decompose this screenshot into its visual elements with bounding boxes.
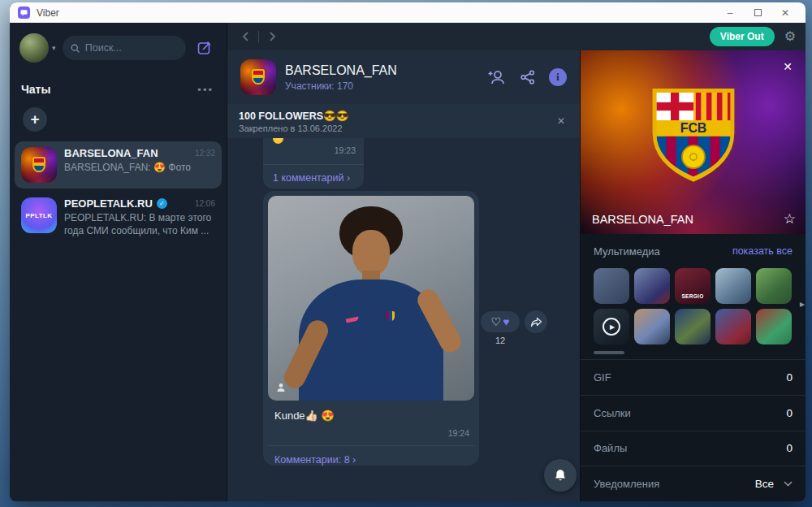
heart-outline-icon: ♡ xyxy=(491,316,502,327)
row-value: 0 xyxy=(786,442,793,454)
forward-button[interactable] xyxy=(264,28,280,45)
share-button[interactable] xyxy=(520,69,536,85)
reactions-count: 12 xyxy=(481,336,520,345)
chat-preview: BARSELONA_FAN: 😍 Фото xyxy=(64,162,215,175)
chat-header: BARSELONA_FAN Участники: 170 i xyxy=(227,50,580,104)
close-panel-icon[interactable]: ✕ xyxy=(780,57,796,76)
chat-list-item-peopletalk[interactable]: PPLTLK PEOPLETALK.RU ✓ 12:06 PEOPLETALK.… xyxy=(15,192,222,243)
media-thumb[interactable]: SERGIO xyxy=(675,268,710,304)
comments-link[interactable]: 1 комментарий › xyxy=(263,165,360,188)
message-photo[interactable] xyxy=(268,196,474,401)
row-label: GIF xyxy=(594,371,786,384)
media-thumb-video[interactable]: ▶ xyxy=(594,309,629,344)
row-value: Все xyxy=(755,478,774,490)
channel-info-panel: FCB ✕ BARSELONA_FAN ☆ xyxy=(580,50,806,501)
panel-row-gif[interactable]: GIF 0 xyxy=(581,359,806,395)
add-participant-button[interactable] xyxy=(487,68,507,86)
chat-name: PEOPLETALK.RU xyxy=(64,197,153,210)
window-title: Viber xyxy=(37,7,716,19)
pinned-title: 100 FOLLOWERS😎😎 xyxy=(239,110,554,122)
forward-icon xyxy=(530,317,542,327)
chevron-down-icon[interactable]: ▾ xyxy=(52,44,56,52)
fcb-crest-icon xyxy=(32,157,45,172)
pinned-message-bar[interactable]: 100 FOLLOWERS😎😎 Закреплено в 13.06.2022 … xyxy=(227,104,580,138)
bell-icon xyxy=(554,469,567,483)
gear-icon[interactable]: ⚙ xyxy=(784,30,796,43)
fcb-crest-icon xyxy=(252,69,265,84)
media-thumb[interactable] xyxy=(594,268,629,304)
media-thumb[interactable] xyxy=(756,268,792,304)
search-icon xyxy=(71,43,80,54)
chat-time: 12:06 xyxy=(195,199,215,208)
media-thumb[interactable] xyxy=(715,309,751,344)
media-thumb[interactable] xyxy=(634,268,670,304)
sender-person-icon xyxy=(276,383,286,392)
messages-area: 19:23 1 комментарий › xyxy=(227,138,580,501)
panel-row-files[interactable]: Файлы 0 xyxy=(581,431,806,466)
topbar: Viber Out ⚙ xyxy=(227,23,806,50)
divider xyxy=(258,31,259,42)
viber-window: Viber – ✕ ▾ Чаты ••• + xyxy=(10,2,806,501)
row-label: Ссылки xyxy=(594,407,786,419)
reactions-pill[interactable]: ♡ ♥ xyxy=(481,311,520,332)
pinned-close-icon[interactable]: ✕ xyxy=(554,112,568,130)
new-chat-button[interactable]: + xyxy=(23,107,47,132)
row-value: 0 xyxy=(786,371,793,384)
row-value: 0 xyxy=(786,407,793,419)
message-time: 19:23 xyxy=(335,145,356,155)
media-scroll-right-icon[interactable]: ▸ xyxy=(800,298,805,310)
viber-out-button[interactable]: Viber Out xyxy=(710,27,775,46)
photo-figure xyxy=(387,311,395,321)
forward-message-button[interactable] xyxy=(525,310,547,333)
back-button[interactable] xyxy=(237,28,253,45)
chat-name: BARSELONA_FAN xyxy=(64,147,158,159)
media-thumb[interactable] xyxy=(756,309,792,344)
panel-channel-name: BARSELONA_FAN xyxy=(592,213,693,226)
sidebar: ▾ Чаты ••• + BARSELONA_FAN xyxy=(10,23,227,501)
thumb-text: SERGIO xyxy=(681,293,703,299)
info-button[interactable]: i xyxy=(549,68,567,86)
media-section-title: Мультимедиа xyxy=(594,245,732,258)
media-thumb[interactable] xyxy=(675,309,710,344)
message-time: 19:24 xyxy=(268,422,474,445)
photo-figure xyxy=(352,230,390,275)
emoji-partial xyxy=(273,138,283,144)
media-thumb[interactable] xyxy=(715,268,751,304)
media-strip: SERGIO ▶ ▸ xyxy=(581,263,806,344)
maximize-button[interactable] xyxy=(744,4,771,21)
maximize-icon xyxy=(754,9,762,16)
panel-row-notifications[interactable]: Уведомления Все xyxy=(581,466,806,501)
chat-preview: PEOPLETALK.RU: В марте этого года СМИ со… xyxy=(64,212,215,237)
media-scrollbar[interactable] xyxy=(594,351,624,354)
chat-time: 12:32 xyxy=(195,149,215,158)
message-bubble-partial: 19:23 1 комментарий › xyxy=(263,138,364,188)
avatar-text: PPLTLK xyxy=(26,212,53,219)
search-box[interactable] xyxy=(63,36,186,60)
notifications-fab[interactable] xyxy=(544,459,577,492)
show-all-link[interactable]: показать все xyxy=(732,245,793,257)
heart-filled-icon: ♥ xyxy=(503,316,509,327)
close-button[interactable]: ✕ xyxy=(771,4,799,21)
chat-avatar xyxy=(21,147,57,183)
search-input[interactable] xyxy=(85,42,178,54)
more-options-icon[interactable]: ••• xyxy=(197,84,214,96)
row-label: Файлы xyxy=(594,442,786,454)
chat-column: BARSELONA_FAN Участники: 170 i 100 FOLLO… xyxy=(227,50,580,501)
channel-avatar[interactable] xyxy=(240,59,276,95)
comments-link[interactable]: Комментарии: 8 › xyxy=(268,446,474,474)
user-avatar[interactable] xyxy=(19,33,49,63)
chat-avatar: PPLTLK xyxy=(21,197,57,233)
channel-title: BARSELONA_FAN xyxy=(285,63,397,78)
panel-row-links[interactable]: Ссылки 0 xyxy=(581,395,806,431)
viber-logo-icon xyxy=(18,6,30,19)
chevron-down-icon xyxy=(784,481,793,487)
media-thumb[interactable] xyxy=(634,309,670,344)
play-icon: ▶ xyxy=(603,318,620,336)
minimize-button[interactable]: – xyxy=(716,4,744,21)
compose-button[interactable] xyxy=(192,36,217,60)
chat-list-item-barselona-fan[interactable]: BARSELONA_FAN 12:32 BARSELONA_FAN: 😍 Фот… xyxy=(15,141,222,188)
compose-icon xyxy=(197,40,213,56)
favorite-star-icon[interactable]: ☆ xyxy=(784,210,796,228)
pinned-meta: Закреплено в 13.06.2022 xyxy=(239,124,554,133)
fcb-crest-icon: FCB xyxy=(648,85,739,184)
